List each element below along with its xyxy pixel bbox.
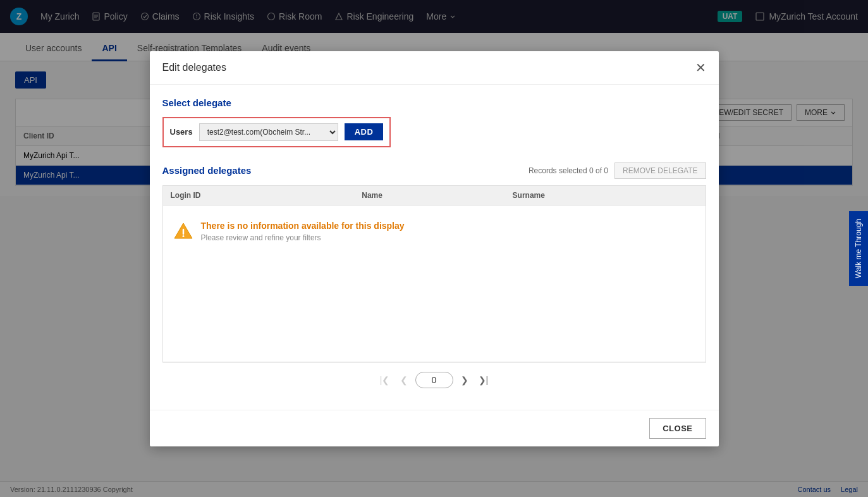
select-delegate-row: Users test2@test.com(Obcheim Str... ADD [162,117,391,147]
modal-body: Select delegate Users test2@test.com(Obc… [150,85,719,197]
modal-overlay: Edit delegates ✕ Select delegate Users t… [0,0,868,196]
col-name: Name [354,186,504,197]
col-surname: Surname [505,186,706,197]
users-dropdown[interactable]: test2@test.com(Obcheim Str... [199,123,338,141]
delegates-table-wrapper[interactable]: Login ID Name Surname [162,185,706,197]
delegates-table: Login ID Name Surname [163,186,706,197]
modal-title: Edit delegates [162,62,226,73]
add-delegate-button[interactable]: ADD [345,123,384,140]
assigned-meta: Records selected 0 of 0 REMOVE DELEGATE [529,163,706,179]
modal-header: Edit delegates ✕ [150,51,719,85]
assigned-delegates-header: Assigned delegates Records selected 0 of… [162,163,706,179]
records-count: Records selected 0 of 0 [529,166,608,175]
select-delegate-title: Select delegate [162,97,706,108]
edit-delegates-modal: Edit delegates ✕ Select delegate Users t… [150,51,719,197]
users-label: Users [170,127,193,137]
col-login-id: Login ID [163,186,355,197]
modal-close-button[interactable]: ✕ [695,61,706,74]
remove-delegate-button[interactable]: REMOVE DELEGATE [614,163,706,179]
assigned-delegates-title: Assigned delegates [162,165,252,176]
